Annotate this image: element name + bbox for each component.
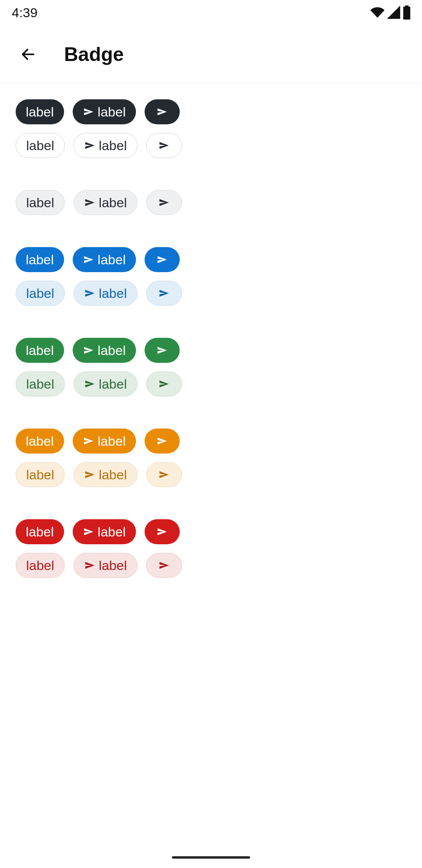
badge-text: label: [16, 338, 64, 363]
badge-label: label: [98, 105, 126, 118]
badge-text: label: [16, 519, 64, 544]
badge-label: label: [26, 468, 54, 481]
back-button[interactable]: [16, 42, 41, 67]
badge-row: labellabel: [16, 338, 406, 363]
badge-icon: [146, 462, 182, 487]
badge-label: label: [99, 377, 127, 391]
badge-row: labellabel: [16, 99, 406, 124]
airplane-icon: [83, 435, 95, 447]
airplane-icon: [83, 344, 95, 356]
badge-icon: [146, 281, 182, 306]
badge-label: label: [98, 344, 126, 357]
cellular-icon: [387, 5, 401, 20]
badge-text: label: [16, 553, 65, 578]
airplane-icon: [83, 526, 95, 538]
badge-label: label: [99, 468, 127, 481]
airplane-icon: [158, 197, 170, 208]
airplane-icon: [158, 287, 170, 299]
badge-label: label: [98, 525, 126, 538]
badge-icon-text: label: [73, 519, 136, 544]
badge-row: labellabel: [16, 553, 406, 578]
badge-icon: [146, 553, 182, 578]
badge-label: label: [99, 196, 127, 209]
badge-label: label: [98, 434, 126, 448]
airplane-icon: [83, 254, 95, 265]
badge-icon-text: label: [73, 99, 136, 124]
badge-row: labellabel: [16, 519, 406, 544]
badge-group: labellabellabellabel: [16, 429, 406, 487]
airplane-icon: [84, 469, 96, 481]
badge-label: label: [26, 559, 54, 572]
airplane-icon: [158, 469, 170, 481]
badge-group: labellabellabellabel: [16, 338, 406, 396]
badge-icon-text: label: [73, 429, 136, 454]
badge-label: label: [26, 434, 54, 448]
badge-row: labellabel: [16, 247, 406, 272]
airplane-icon: [84, 560, 96, 571]
badge-icon: [145, 429, 180, 454]
badge-icon-text: label: [73, 553, 138, 578]
badge-icon: [145, 247, 180, 272]
badge-label: label: [26, 105, 54, 118]
badge-group: labellabellabellabel: [16, 247, 406, 306]
wifi-icon: [370, 5, 384, 20]
airplane-icon: [83, 106, 95, 118]
badge-group: labellabellabellabel: [16, 99, 406, 158]
badge-label: label: [26, 377, 54, 391]
airplane-icon: [84, 197, 96, 208]
airplane-icon: [84, 140, 96, 151]
badge-label: label: [99, 287, 127, 300]
badge-group: labellabellabellabel: [16, 519, 406, 578]
page-title: Badge: [64, 43, 124, 66]
badge-text: label: [16, 281, 65, 306]
status-icons: [370, 5, 410, 20]
content: labellabellabellabellabellabellabellabel…: [0, 84, 422, 626]
airplane-icon: [156, 106, 168, 118]
airplane-icon: [84, 287, 96, 299]
badge-icon-text: label: [73, 371, 138, 396]
battery-icon: [403, 5, 410, 20]
status-time: 4:39: [12, 5, 38, 20]
badge-text: label: [16, 190, 65, 215]
badge-icon-text: label: [73, 247, 136, 272]
badge-label: label: [26, 287, 54, 300]
airplane-icon: [158, 140, 170, 151]
badge-icon-text: label: [73, 281, 138, 306]
badge-icon: [146, 133, 182, 158]
badge-text: label: [16, 371, 65, 396]
badge-row: labellabel: [16, 190, 406, 215]
badge-icon: [146, 190, 182, 215]
badge-icon-text: label: [73, 462, 138, 487]
badge-text: label: [16, 133, 65, 158]
badge-icon: [145, 338, 180, 363]
app-bar: Badge: [0, 25, 422, 84]
badge-icon: [146, 371, 182, 396]
badge-icon-text: label: [73, 190, 138, 215]
badge-icon: [145, 519, 180, 544]
airplane-icon: [158, 378, 170, 390]
badge-label: label: [26, 344, 54, 357]
airplane-icon: [84, 378, 96, 390]
badge-label: label: [26, 196, 54, 209]
badge-label: label: [99, 559, 127, 572]
badge-label: label: [26, 525, 54, 538]
badge-icon-text: label: [73, 133, 138, 158]
badge-text: label: [16, 429, 64, 454]
badge-text: label: [16, 99, 64, 124]
status-bar: 4:39: [0, 0, 422, 25]
airplane-icon: [156, 435, 168, 447]
home-indicator: [172, 856, 250, 859]
badge-label: label: [98, 253, 126, 266]
badge-group: labellabel: [16, 190, 406, 215]
airplane-icon: [158, 560, 170, 571]
badge-label: label: [26, 253, 54, 266]
badge-icon: [145, 99, 180, 124]
badge-row: labellabel: [16, 462, 406, 487]
badge-row: labellabel: [16, 371, 406, 396]
airplane-icon: [156, 254, 168, 265]
badge-row: labellabel: [16, 281, 406, 306]
badge-text: label: [16, 462, 65, 487]
badge-label: label: [99, 139, 127, 152]
badge-label: label: [26, 139, 54, 152]
badge-icon-text: label: [73, 338, 136, 363]
